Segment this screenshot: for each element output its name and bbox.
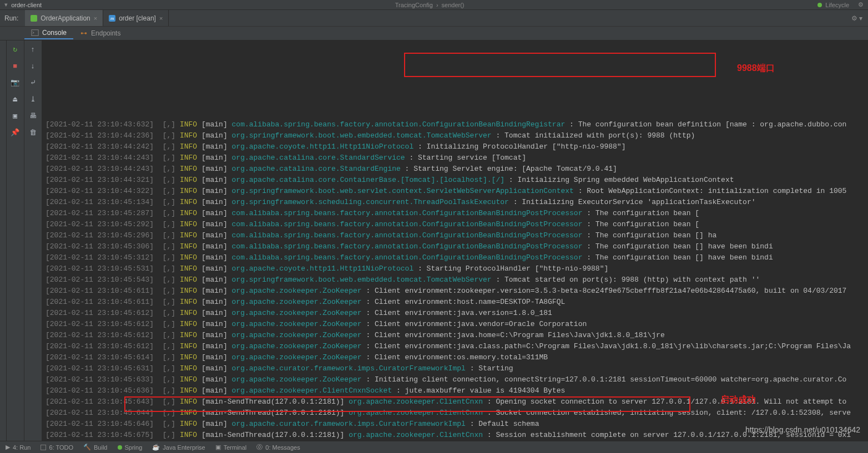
console-subtabs: Console Endpoints bbox=[0, 27, 868, 40]
project-dropdown-icon[interactable]: ▾ bbox=[4, 1, 11, 8]
log-line: [2021-02-11 23:10:45:134] [,] INFO [main… bbox=[46, 197, 868, 208]
log-line: [2021-02-11 23:10:45:312] [,] INFO [main… bbox=[46, 252, 868, 263]
run-tabbar: Run: OrderApplication × m order [clean] … bbox=[0, 10, 868, 27]
project-name: order-client bbox=[11, 2, 42, 8]
log-line: [2021-02-11 23:10:45:611] [,] INFO [main… bbox=[46, 297, 868, 308]
log-line: [2021-02-11 23:10:45:287] [,] INFO [main… bbox=[46, 208, 868, 219]
breadcrumb-item[interactable]: sender() bbox=[442, 2, 465, 8]
log-line: [2021-02-11 23:10:45:633] [,] INFO [main… bbox=[46, 374, 868, 385]
endpoints-icon bbox=[80, 29, 88, 37]
stop-icon[interactable]: ■ bbox=[9, 60, 21, 72]
rerun-icon[interactable]: ↻ bbox=[9, 44, 21, 55]
log-line: [2021-02-11 23:10:44:322] [,] INFO [main… bbox=[46, 186, 868, 197]
log-line: [2021-02-11 23:10:45:612] [,] INFO [main… bbox=[46, 308, 868, 319]
run-toolbar: ↻ ■ 📷 ⏏ ▣ 📌 ↑ ↓ ⤶ ⤓ 🖶 🗑 bbox=[7, 40, 42, 441]
console-icon bbox=[31, 29, 39, 37]
log-line: [2021-02-11 23:10:45:675] [,] INFO [main… bbox=[46, 430, 868, 441]
scroll-down-icon[interactable]: ↓ bbox=[27, 60, 38, 72]
tab-order-clean[interactable]: m order [clean] × bbox=[103, 10, 169, 26]
clear-icon[interactable]: 🗑 bbox=[27, 127, 38, 138]
log-line: [2021-02-11 23:10:45:612] [,] INFO [main… bbox=[46, 330, 868, 341]
log-line: [2021-02-11 23:10:44:321] [,] INFO [main… bbox=[46, 175, 868, 186]
log-line: [2021-02-11 23:10:44:243] [,] INFO [main… bbox=[46, 164, 868, 175]
subtab-console[interactable]: Console bbox=[24, 27, 73, 39]
svg-point-2 bbox=[85, 32, 87, 34]
maven-icon: m bbox=[109, 15, 115, 22]
status-bar: ▶4: Run 6: TODO 🔨Build Spring ☕Java Ente… bbox=[0, 441, 868, 453]
svg-rect-0 bbox=[32, 30, 38, 36]
status-run[interactable]: ▶4: Run bbox=[6, 444, 31, 451]
soft-wrap-icon[interactable]: ⤶ bbox=[27, 77, 38, 88]
log-line: [2021-02-11 23:10:45:631] [,] INFO [main… bbox=[46, 363, 868, 374]
annotation-started-label: 启动成功 bbox=[720, 394, 756, 405]
camera-icon[interactable]: 📷 bbox=[9, 77, 21, 88]
log-line: [2021-02-11 23:10:44:236] [,] INFO [main… bbox=[46, 130, 868, 141]
lifecycle-icon bbox=[817, 3, 822, 7]
status-spring[interactable]: Spring bbox=[118, 444, 143, 451]
log-line: [2021-02-11 23:10:44:243] [,] INFO [main… bbox=[46, 152, 868, 164]
annotation-box-port bbox=[404, 53, 716, 77]
breadcrumb-bar: ▾ order-client TracingConfig › sender() … bbox=[0, 0, 868, 10]
log-line: [2021-02-11 23:10:45:531] [,] INFO [main… bbox=[46, 263, 868, 274]
tab-label: OrderApplication bbox=[41, 14, 90, 22]
tab-label: order [clean] bbox=[119, 14, 156, 22]
print-icon[interactable]: 🖶 bbox=[27, 110, 38, 121]
status-java-enterprise[interactable]: ☕Java Enterprise bbox=[152, 444, 205, 451]
log-line: [2021-02-11 23:10:45:296] [,] INFO [main… bbox=[46, 230, 868, 241]
log-line: [2021-02-11 23:10:45:614] [,] INFO [main… bbox=[46, 352, 868, 363]
run-label: Run: bbox=[4, 14, 18, 22]
lifecycle-label[interactable]: Lifecycle bbox=[825, 2, 849, 8]
log-line: [2021-02-11 23:10:45:611] [,] INFO [main… bbox=[46, 286, 868, 297]
watermark: https://blog.csdn.net/u010134642 bbox=[745, 425, 860, 434]
close-icon[interactable]: × bbox=[159, 15, 163, 22]
log-line: [2021-02-11 23:10:45:306] [,] INFO [main… bbox=[46, 241, 868, 252]
chevron-right-icon: › bbox=[436, 2, 438, 8]
status-todo[interactable]: 6: TODO bbox=[41, 444, 73, 451]
annotation-port-label: 9988端口 bbox=[737, 63, 775, 74]
layout-icon[interactable]: ▣ bbox=[9, 110, 21, 121]
log-line: [2021-02-11 23:10:45:612] [,] INFO [main… bbox=[46, 341, 868, 352]
log-line: [2021-02-11 23:10:45:292] [,] INFO [main… bbox=[46, 219, 868, 230]
subtab-label: Endpoints bbox=[91, 29, 120, 37]
status-messages[interactable]: ⓪0: Messages bbox=[256, 443, 300, 451]
spring-boot-icon bbox=[31, 15, 37, 22]
scroll-to-end-icon[interactable]: ⤓ bbox=[27, 94, 38, 105]
subtab-label: Console bbox=[42, 29, 67, 37]
settings-icon[interactable]: ⚙ ▾ bbox=[851, 14, 862, 22]
status-terminal[interactable]: ▣Terminal bbox=[215, 444, 247, 451]
log-line: [2021-02-11 23:10:45:644] [,] INFO [main… bbox=[46, 408, 868, 419]
tab-order-application[interactable]: OrderApplication × bbox=[25, 10, 103, 26]
subtab-endpoints[interactable]: Endpoints bbox=[73, 28, 127, 39]
gear-icon[interactable]: ⚙ bbox=[858, 1, 864, 8]
status-build[interactable]: 🔨Build bbox=[83, 444, 107, 451]
scroll-up-icon[interactable]: ↑ bbox=[27, 44, 38, 55]
log-line: [2021-02-11 23:10:45:612] [,] INFO [main… bbox=[46, 319, 868, 330]
log-line: [2021-02-11 23:10:43:632] [,] INFO [main… bbox=[46, 119, 868, 130]
svg-point-1 bbox=[81, 32, 83, 34]
close-icon[interactable]: × bbox=[94, 15, 97, 22]
log-line: [2021-02-11 23:10:45:646] [,] INFO [main… bbox=[46, 419, 868, 430]
breadcrumb-item[interactable]: TracingConfig bbox=[395, 2, 433, 8]
exit-icon[interactable]: ⏏ bbox=[9, 94, 21, 105]
left-tool-rail[interactable] bbox=[0, 40, 7, 441]
console-output[interactable]: 9988端口 启动成功 [2021-02-11 23:10:43:632] [,… bbox=[42, 40, 868, 441]
log-line: [2021-02-11 23:10:45:543] [,] INFO [main… bbox=[46, 274, 868, 286]
log-line: [2021-02-11 23:10:44:242] [,] INFO [main… bbox=[46, 141, 868, 152]
pin-icon[interactable]: 📌 bbox=[9, 127, 21, 138]
